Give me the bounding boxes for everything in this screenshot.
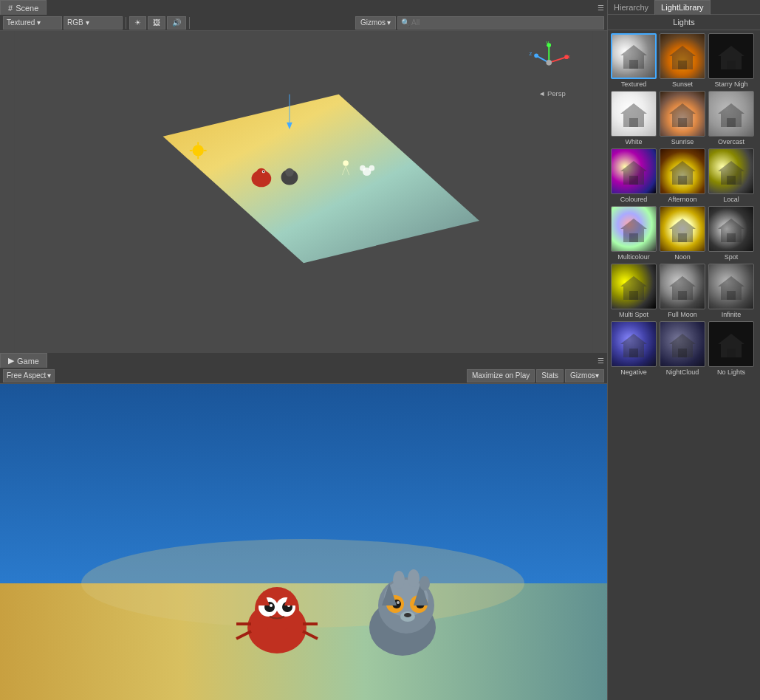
aspect-dropdown[interactable]: Free Aspect ▾ <box>3 369 55 382</box>
light-item-textured[interactable]: Textured <box>611 33 657 88</box>
light-item-white[interactable]: White <box>611 91 657 145</box>
game-gizmos-label: Gizmos <box>570 371 595 380</box>
light-thumb-infinite <box>708 264 754 309</box>
search-input[interactable] <box>411 18 600 27</box>
svg-point-62 <box>393 571 405 589</box>
light-grid: Textured Sunset Starry Nigh White Sunris… <box>608 30 760 379</box>
stats-label: Stats <box>541 371 558 380</box>
light-item-negative[interactable]: Negative <box>611 321 657 376</box>
game-tab-menu-icon[interactable]: ☰ <box>598 357 604 365</box>
svg-rect-98 <box>678 349 687 357</box>
audio-icon: 🔊 <box>172 18 181 27</box>
image-btn[interactable]: 🖼 <box>148 16 165 30</box>
render-mode-chevron: ▾ <box>37 18 41 27</box>
game-panel: ▶ Game ☰ Free Aspect ▾ Maximize on Play … <box>0 353 607 700</box>
light-item-nolights[interactable]: No Lights <box>708 321 754 376</box>
light-item-overcast[interactable]: Overcast <box>708 91 754 145</box>
light-thumb-spot <box>708 206 754 252</box>
audio-btn[interactable]: 🔊 <box>167 16 186 30</box>
light-label-multicolour: Multicolour <box>617 253 650 261</box>
maximize-on-play-btn[interactable]: Maximize on Play <box>467 369 535 382</box>
game-gizmos-chevron: ▾ <box>595 371 599 380</box>
light-thumb-noon <box>660 206 705 252</box>
light-thumb-negative <box>611 321 657 367</box>
svg-point-5 <box>263 171 264 172</box>
render-mode-dropdown[interactable]: Textured ▾ <box>3 16 62 30</box>
light-thumb-multispot <box>611 264 657 309</box>
gizmos-button[interactable]: Gizmos ▾ <box>355 16 396 30</box>
svg-rect-78 <box>629 176 638 185</box>
light-label-afternoon: Afternoon <box>668 196 696 203</box>
svg-point-41 <box>270 604 273 607</box>
game-tabbar: ▶ Game ☰ <box>0 353 607 368</box>
svg-point-59 <box>404 613 411 617</box>
light-thumb-textured <box>611 33 657 79</box>
scene-viewport[interactable]: x y z ◄ Persp <box>0 31 607 353</box>
light-item-multispot[interactable]: Multi Spot <box>611 264 657 318</box>
scene-tabbar: # Scene ☰ <box>0 0 607 15</box>
image-icon: 🖼 <box>153 18 160 27</box>
scene-tab-menu-icon[interactable]: ☰ <box>598 4 604 12</box>
light-item-sunrise[interactable]: Sunrise <box>660 91 705 145</box>
light-thumb-nightcloud <box>660 321 705 367</box>
game-tab[interactable]: ▶ Game <box>0 353 47 368</box>
left-panel: # Scene ☰ Textured ▾ RGB ▾ ☀ 🖼 🔊 Gizmos … <box>0 0 607 700</box>
color-mode-dropdown[interactable]: RGB ▾ <box>64 16 123 30</box>
light-thumb-sunset <box>660 33 705 79</box>
light-thumb-fullmoon <box>660 264 705 309</box>
light-label-textured: Textured <box>621 80 647 88</box>
render-mode-label: Textured <box>7 18 35 27</box>
game-viewport[interactable] <box>0 384 607 700</box>
light-item-coloured[interactable]: Coloured <box>611 148 657 203</box>
light-row: Coloured Afternoon Local <box>611 148 757 203</box>
svg-point-19 <box>369 165 375 171</box>
light-label-sunset: Sunset <box>672 80 693 88</box>
light-item-afternoon[interactable]: Afternoon <box>660 148 705 203</box>
svg-rect-86 <box>678 233 687 242</box>
hierarchy-tab[interactable]: Hierarchy <box>608 0 654 15</box>
light-library-tab[interactable]: LightLibrary <box>654 0 710 15</box>
light-item-fullmoon[interactable]: Full Moon <box>660 264 705 318</box>
svg-point-63 <box>408 569 420 587</box>
aspect-chevron: ▾ <box>47 371 51 380</box>
light-item-starry_night[interactable]: Starry Nigh <box>708 33 754 88</box>
svg-rect-82 <box>727 176 736 185</box>
light-thumb-local <box>708 148 754 194</box>
light-item-nightcloud[interactable]: NightCloud <box>660 321 705 376</box>
svg-rect-68 <box>678 61 687 69</box>
light-item-infinite[interactable]: Infinite <box>708 264 754 318</box>
svg-rect-96 <box>629 349 638 357</box>
aspect-label: Free Aspect <box>7 371 46 380</box>
scene-tab-icon: # <box>8 4 13 13</box>
svg-rect-92 <box>678 291 687 300</box>
light-item-multicolour[interactable]: Multicolour <box>611 206 657 261</box>
light-library-tab-label: LightLibrary <box>661 3 703 12</box>
svg-point-30 <box>534 53 538 58</box>
game-gizmos-btn[interactable]: Gizmos ▾ <box>565 369 604 382</box>
svg-point-27 <box>546 60 552 66</box>
light-item-local[interactable]: Local <box>708 148 754 203</box>
scene-svg: x y z ◄ Persp <box>0 31 607 353</box>
svg-text:◄ Persp: ◄ Persp <box>538 89 566 97</box>
light-thumb-coloured <box>611 148 657 194</box>
light-label-fullmoon: Full Moon <box>668 311 697 318</box>
scene-tab-label: Scene <box>16 4 38 13</box>
light-thumb-multicolour <box>611 206 657 252</box>
stats-btn[interactable]: Stats <box>536 369 564 382</box>
svg-rect-72 <box>629 118 638 127</box>
svg-point-15 <box>343 160 349 166</box>
light-label-local: Local <box>723 196 739 203</box>
game-canvas <box>0 384 607 700</box>
svg-rect-74 <box>678 118 687 127</box>
lights-header: Lights <box>608 15 760 30</box>
gizmos-label: Gizmos <box>360 18 386 27</box>
color-mode-chevron: ▾ <box>86 18 89 27</box>
light-item-sunset[interactable]: Sunset <box>660 33 705 88</box>
scene-tab[interactable]: # Scene <box>0 0 47 15</box>
light-item-spot[interactable]: Spot <box>708 206 754 261</box>
light-item-noon[interactable]: Noon <box>660 206 705 261</box>
sun-btn[interactable]: ☀ <box>129 16 146 30</box>
light-label-nightcloud: NightCloud <box>666 368 699 376</box>
scene-search[interactable]: 🔍 <box>397 16 604 30</box>
light-row: Multi Spot Full Moon Infinite <box>611 264 757 318</box>
